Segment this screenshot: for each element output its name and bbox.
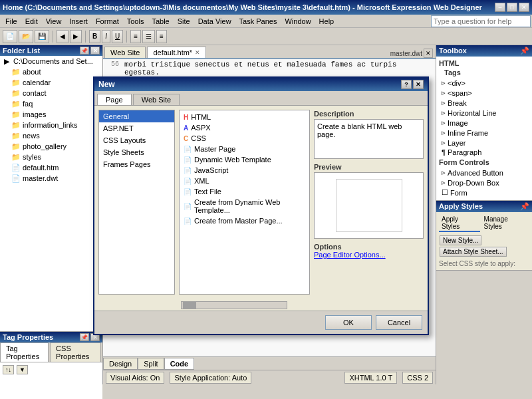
filetype-txt[interactable]: 📄 Text File xyxy=(181,186,308,197)
menu-dataview[interactable]: Data View xyxy=(194,16,235,27)
toolbox-tags-header[interactable]: Tags xyxy=(439,68,529,76)
tab-css-properties[interactable]: CSS Properties xyxy=(50,342,101,362)
toolbar-back[interactable]: ◀ xyxy=(57,30,68,43)
attach-style-sheet-button[interactable]: Attach Style Sheet... xyxy=(440,247,507,257)
dialog-help-button[interactable]: ? xyxy=(401,80,412,89)
toolbar-save[interactable]: 💾 xyxy=(35,30,49,43)
ask-question-input[interactable] xyxy=(431,15,531,27)
file-default-htm[interactable]: 📄 default.htm xyxy=(0,162,102,173)
toolbar-underline[interactable]: U xyxy=(112,30,123,43)
menu-tools[interactable]: Tools xyxy=(123,16,148,27)
filetype-dwt[interactable]: 📄 Dynamic Web Template xyxy=(181,154,308,165)
toolbox-advanced-button[interactable]: ▹Advanced Button xyxy=(439,168,529,178)
toolbox-image[interactable]: ▹Image xyxy=(439,118,529,128)
view-tab-split[interactable]: Split xyxy=(138,358,164,370)
folder-list-close[interactable]: ✕ xyxy=(90,47,100,55)
menu-window[interactable]: Window xyxy=(281,16,315,27)
dialog-tab-website[interactable]: Web Site xyxy=(133,94,180,105)
toolbar-align-center[interactable]: ☰ xyxy=(142,30,155,43)
filetype-css[interactable]: C CSS xyxy=(181,133,308,144)
menu-taskpanes[interactable]: Task Panes xyxy=(235,16,281,27)
folder-styles[interactable]: 📁 styles xyxy=(0,152,102,162)
toolbar-open[interactable]: 📂 xyxy=(19,30,33,43)
toolbox-form[interactable]: ☐Form xyxy=(439,188,529,198)
manage-styles-tab[interactable]: Manage Styles xyxy=(481,215,529,232)
menu-table[interactable]: Table xyxy=(148,16,173,27)
folder-calendar[interactable]: 📁 calendar xyxy=(0,77,102,88)
properties-sort-btn[interactable]: ↑↓ xyxy=(3,365,14,374)
category-css-layouts[interactable]: CSS Layouts xyxy=(99,134,174,146)
tab-website[interactable]: Web Site xyxy=(104,47,146,58)
folder-faq[interactable]: 📁 faq xyxy=(0,98,102,109)
style-application-status: Style Application: Auto xyxy=(170,372,251,384)
properties-filter-btn[interactable]: ▼ xyxy=(17,365,28,374)
category-frames-pages[interactable]: Frames Pages xyxy=(99,158,174,170)
folder-about[interactable]: 📁 about xyxy=(0,66,102,77)
apply-styles-header[interactable]: Apply Styles 📌 xyxy=(436,201,532,212)
toolbar-italic[interactable]: I xyxy=(102,30,110,43)
filetype-js[interactable]: 📄 JavaScript xyxy=(181,165,308,176)
toolbar-bold[interactable]: B xyxy=(89,30,100,43)
folder-info-links[interactable]: 📁 information_links xyxy=(0,120,102,130)
folder-news-label: news xyxy=(23,132,40,140)
close-button[interactable]: ✕ xyxy=(519,3,529,12)
toolbox-html-header[interactable]: HTML xyxy=(439,59,529,67)
category-style-sheets[interactable]: Style Sheets xyxy=(99,146,174,158)
apply-styles-tab[interactable]: Apply Styles xyxy=(439,215,480,232)
dialog-close-button[interactable]: ✕ xyxy=(413,80,424,89)
toolbox-layer[interactable]: ▹Layer xyxy=(439,138,529,148)
cancel-button[interactable]: Cancel xyxy=(376,315,422,330)
folder-photo-gallery[interactable]: 📁 photo_gallery xyxy=(0,141,102,152)
folder-images[interactable]: 📁 images xyxy=(0,109,102,120)
category-general[interactable]: General xyxy=(99,110,174,122)
toolbar-align-left[interactable]: ≡ xyxy=(130,30,141,43)
toolbox-inline-frame[interactable]: ▹Inline Frame xyxy=(439,128,529,138)
filetype-aspx[interactable]: A ASPX xyxy=(181,122,308,133)
properties-pin[interactable]: 📌 xyxy=(80,333,89,341)
page-editor-options-link[interactable]: Page Editor Options... xyxy=(314,251,386,259)
menu-file[interactable]: File xyxy=(1,16,21,27)
folder-root[interactable]: ▶ C:\Documents and Set... xyxy=(0,56,102,66)
menu-site[interactable]: Site xyxy=(174,16,194,27)
tab-tag-properties[interactable]: Tag Properties xyxy=(0,342,49,362)
menu-insert[interactable]: Insert xyxy=(65,16,92,27)
new-style-button[interactable]: New Style... xyxy=(440,235,481,245)
dialog-scrollbar[interactable] xyxy=(181,301,287,309)
toolbox-dropdown[interactable]: ▹Drop-Down Box xyxy=(439,178,529,188)
filetype-xml[interactable]: 📄 XML xyxy=(181,176,308,186)
toolbar-separator-2 xyxy=(85,31,86,43)
toolbox-form-controls-header[interactable]: Form Controls xyxy=(439,158,529,166)
minimize-button[interactable]: – xyxy=(495,3,505,12)
filetype-create-dwt[interactable]: 📄 Create from Dynamic Web Template... xyxy=(181,197,308,215)
toolbar-new[interactable]: 📄 xyxy=(3,30,17,43)
filetype-create-master[interactable]: 📄 Create from Master Page... xyxy=(181,215,308,226)
toolbar-forward[interactable]: ▶ xyxy=(70,30,82,43)
tab-bar-close[interactable]: ✕ xyxy=(424,49,433,58)
view-tab-design[interactable]: Design xyxy=(103,358,138,370)
dialog-tab-page[interactable]: Page xyxy=(97,94,132,105)
menu-help[interactable]: Help xyxy=(315,16,338,27)
properties-header: Tag Properties 📌 ✕ xyxy=(0,332,102,342)
folder-news[interactable]: 📁 news xyxy=(0,130,102,141)
view-tab-code[interactable]: Code xyxy=(164,358,195,370)
toolbox-paragraph[interactable]: ¶Paragraph xyxy=(439,148,529,157)
toolbox-header[interactable]: Toolbox 📌 xyxy=(436,45,532,57)
ok-button[interactable]: OK xyxy=(325,315,372,330)
file-master-dwt[interactable]: 📄 master.dwt xyxy=(0,173,102,184)
category-aspnet[interactable]: ASP.NET xyxy=(99,122,174,134)
folder-contact[interactable]: 📁 contact xyxy=(0,88,102,98)
menu-edit[interactable]: Edit xyxy=(21,16,42,27)
toolbox-div[interactable]: ▹<div> xyxy=(439,78,529,88)
tab-close-icon[interactable]: ✕ xyxy=(195,49,200,56)
toolbox-hr[interactable]: ▹Horizontal Line xyxy=(439,108,529,118)
filetype-html[interactable]: H HTML xyxy=(181,112,308,122)
toolbar-align-right[interactable]: ≡ xyxy=(156,30,167,43)
folder-list-pin[interactable]: 📌 xyxy=(80,47,89,55)
toolbox-span[interactable]: ▹<span> xyxy=(439,88,529,98)
menu-format[interactable]: Format xyxy=(92,16,123,27)
maximize-button[interactable]: □ xyxy=(507,3,517,12)
tab-default-htm[interactable]: default.htm* ✕ xyxy=(147,47,206,58)
filetype-master-page[interactable]: 📄 Master Page xyxy=(181,144,308,154)
toolbox-break[interactable]: ▹Break xyxy=(439,98,529,108)
menu-view[interactable]: View xyxy=(42,16,66,27)
